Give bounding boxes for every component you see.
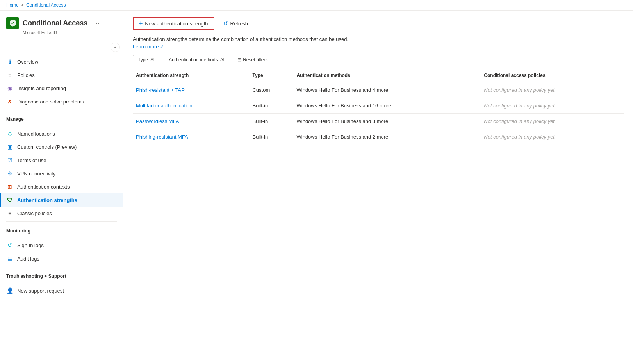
sidebar-item-signin-logs[interactable]: ↺ Sign-in logs [0,239,123,252]
insights-icon: ◉ [6,85,13,92]
sidebar-collapse-button[interactable]: « [111,43,120,52]
controls-icon: ▣ [6,143,13,150]
breadcrumb-separator: > [21,2,24,8]
breadcrumb-home[interactable]: Home [6,2,19,8]
sidebar-item-label: Policies [17,72,35,78]
shield-icon [6,17,19,29]
type-cell: Built-in [249,129,293,145]
methods-cell: Windows Hello For Business and 16 more [294,98,481,114]
sidebar-item-insights[interactable]: ◉ Insights and reporting [0,82,123,95]
strength-link[interactable]: Passwordless MFA [136,118,179,124]
breadcrumb-current[interactable]: Conditional Access [26,2,66,8]
sidebar-item-label: Custom controls (Preview) [17,144,77,150]
filters-row: Type: All Authentication methods: All ⊟ … [133,55,624,64]
type-cell: Built-in [249,114,293,129]
type-cell: Built-in [249,98,293,114]
methods-cell: Windows Hello For Business and 2 more [294,129,481,145]
sidebar-item-label: Diagnose and solve problems [17,99,84,105]
troubleshooting-section-label: Troubleshooting + Support [0,269,123,280]
sidebar-item-label: Classic policies [17,211,52,216]
learn-more-link[interactable]: Learn more ↗ [133,44,164,50]
contexts-icon: ⊞ [6,183,13,190]
refresh-button[interactable]: ↺ Refresh [218,18,254,29]
sidebar-item-policies[interactable]: ≡ Policies [0,68,123,82]
sidebar-item-label: Authentication strengths [17,197,77,203]
manage-section-label: Manage [0,112,123,123]
table-row: Passwordless MFA Built-in Windows Hello … [133,114,624,129]
strength-link[interactable]: Phish-resistant + TAP [136,87,185,93]
nav-divider-manage [6,125,117,125]
sidebar-top-nav: ℹ Overview ≡ Policies ◉ Insights and rep… [0,55,123,108]
description-text: Authentication strengths determine the c… [133,36,624,42]
table-row: Multifactor authentication Built-in Wind… [133,98,624,114]
location-icon: ◇ [6,130,13,137]
table-header-row: Authentication strength Type Authenticat… [133,68,624,82]
policies-cell: Not configured in any policy yet [481,82,624,98]
signin-icon: ↺ [6,242,13,249]
col-header-strength: Authentication strength [133,68,249,82]
col-header-type: Type [249,68,293,82]
content-area: + New authentication strength ↺ Refresh … [123,11,633,364]
sidebar-item-support[interactable]: 👤 New support request [0,284,123,297]
sidebar-item-label: New support request [17,288,64,294]
filter-icon: ⊟ [237,57,241,62]
sidebar-item-named-locations[interactable]: ◇ Named locations [0,127,123,140]
new-button-label: New authentication strength [145,21,208,27]
sidebar-item-audit-logs[interactable]: ▤ Audit logs [0,252,123,265]
nav-divider-ts2 [6,282,117,282]
type-cell: Custom [249,82,293,98]
methods-filter-button[interactable]: Authentication methods: All [164,55,230,64]
sidebar-item-custom-controls[interactable]: ▣ Custom controls (Preview) [0,140,123,153]
methods-cell: Windows Hello For Business and 4 more [294,82,481,98]
vpn-icon: ⚙ [6,170,13,177]
terms-icon: ☑ [6,157,13,164]
table-row: Phishing-resistant MFA Built-in Windows … [133,129,624,145]
col-header-policies: Conditional access policies [481,68,624,82]
strength-link[interactable]: Multifactor authentication [136,103,193,109]
sidebar-item-label: Sign-in logs [17,243,44,248]
policies-cell: Not configured in any policy yet [481,129,624,145]
classic-icon: ≡ [6,210,13,217]
policies-cell: Not configured in any policy yet [481,98,624,114]
sidebar-item-label: Terms of use [17,157,46,163]
nav-divider-monitoring [6,221,117,222]
sidebar: Conditional Access ··· Microsoft Entra I… [0,11,123,364]
sidebar-item-diagnose[interactable]: ✗ Diagnose and solve problems [0,95,123,108]
list-icon: ≡ [6,71,13,79]
sidebar-item-overview[interactable]: ℹ Overview [0,55,123,68]
refresh-button-label: Refresh [230,21,248,27]
new-authentication-strength-button[interactable]: + New authentication strength [133,17,214,30]
auth-strengths-table: Authentication strength Type Authenticat… [133,68,624,145]
external-link-icon: ↗ [160,44,164,49]
wrench-icon: ✗ [6,98,13,105]
page-subtitle: Microsoft Entra ID [23,30,117,35]
sidebar-item-label: Named locations [17,131,55,137]
nav-divider-mon2 [6,237,117,237]
plus-icon: + [139,20,143,27]
sidebar-item-auth-contexts[interactable]: ⊞ Authentication contexts [0,180,123,193]
sidebar-item-label: Authentication contexts [17,184,70,190]
strength-link[interactable]: Phishing-resistant MFA [136,134,188,140]
policies-cell: Not configured in any policy yet [481,114,624,129]
sidebar-item-terms-of-use[interactable]: ☑ Terms of use [0,153,123,167]
nav-divider-1 [6,110,117,110]
sidebar-item-classic-policies[interactable]: ≡ Classic policies [0,207,123,220]
table-container: Authentication strength Type Authenticat… [123,68,633,364]
sidebar-header: Conditional Access ··· Microsoft Entra I… [0,14,123,41]
sidebar-item-vpn[interactable]: ⚙ VPN connectivity [0,167,123,180]
sidebar-item-label: VPN connectivity [17,171,55,177]
strengths-icon: 🛡 [6,196,13,203]
learn-more-label: Learn more [133,44,159,50]
type-filter-button[interactable]: Type: All [133,55,160,64]
info-icon: ℹ [6,58,13,65]
sidebar-item-auth-strengths[interactable]: 🛡 Authentication strengths [0,193,123,207]
sidebar-item-label: Audit logs [17,256,39,262]
monitoring-section-label: Monitoring [0,223,123,235]
content-header: + New authentication strength ↺ Refresh … [123,11,633,68]
methods-cell: Windows Hello For Business and 3 more [294,114,481,129]
reset-filters-button[interactable]: ⊟ Reset filters [234,55,271,64]
refresh-icon: ↺ [223,20,228,27]
col-header-methods: Authentication methods [294,68,481,82]
ellipsis-button[interactable]: ··· [91,18,102,28]
nav-divider-troubleshooting [6,267,117,267]
